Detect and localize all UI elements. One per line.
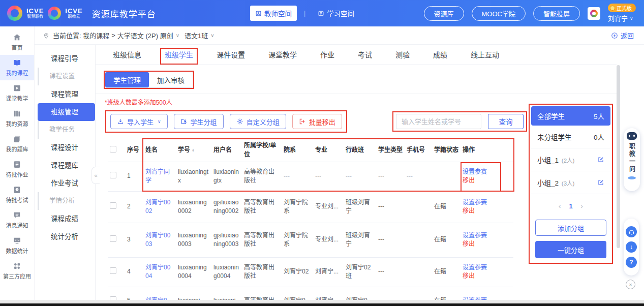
sidebar-item-data-statistics[interactable]: 数据统计 bbox=[0, 233, 34, 258]
row-checkbox[interactable] bbox=[110, 202, 116, 209]
tab-homework[interactable]: 作业 bbox=[320, 45, 334, 65]
tab-exam[interactable]: 考试 bbox=[358, 45, 372, 65]
student-search-input[interactable] bbox=[396, 114, 481, 129]
sidebar-item-exams-to-grade[interactable]: 待批考试 bbox=[0, 182, 34, 207]
user-menu[interactable]: 刘宵宁 ∨ bbox=[608, 13, 633, 23]
set-competition-link[interactable]: 设置参赛 bbox=[463, 263, 511, 272]
app-shortcut-icon[interactable] bbox=[588, 7, 600, 20]
sort-icon[interactable]: ▲▼ bbox=[192, 149, 195, 152]
resource-library-link[interactable]: 资源库 bbox=[424, 6, 464, 21]
sidebar-item-my-question-bank[interactable]: 我的题库 bbox=[0, 131, 34, 157]
smart-casting-link[interactable]: 智能投屏 bbox=[533, 6, 580, 21]
menu-item-statistical-analysis[interactable]: 统计分析 bbox=[35, 228, 95, 246]
close-icon[interactable]: × bbox=[626, 280, 635, 289]
edit-group-icon[interactable] bbox=[597, 156, 604, 163]
menu-item-course-guide[interactable]: 课程引导 bbox=[35, 50, 95, 68]
student-name-link[interactable]: 刘宵宁0003 bbox=[145, 232, 170, 248]
user-block[interactable]: 正式版 刘宵宁 ∨ bbox=[608, 4, 636, 23]
menu-item-course-management[interactable]: 课程管理 bbox=[35, 85, 95, 103]
download-center-icon[interactable]: ↓ bbox=[626, 241, 637, 253]
subtab-student-management[interactable]: 学生管理 bbox=[105, 72, 149, 87]
menu-item-class-management[interactable]: 班级管理 bbox=[38, 103, 95, 121]
nav-learning-space[interactable]: 学习空间 bbox=[313, 6, 359, 21]
set-competition-link[interactable]: 设置参赛 bbox=[463, 231, 511, 240]
page-next-icon[interactable]: › bbox=[581, 202, 583, 210]
table-row: 4 刘宵宁0004 liuxiaoning0004 liuxiaoning000… bbox=[108, 257, 513, 287]
remove-student-link[interactable]: 移出 bbox=[463, 207, 511, 216]
batch-remove-button[interactable]: 批量移出 bbox=[292, 114, 342, 129]
row-checkbox[interactable] bbox=[110, 172, 116, 178]
edit-group-icon[interactable] bbox=[597, 179, 604, 186]
sidebar-item-homework-to-grade[interactable]: 待批作业 bbox=[0, 157, 34, 182]
select-all-checkbox[interactable] bbox=[110, 146, 116, 152]
group-item-2[interactable]: 小组_2 (3人) bbox=[531, 171, 610, 194]
student-name-link[interactable]: 刘宵宁0004 bbox=[145, 264, 170, 280]
group-count: (3人) bbox=[562, 180, 575, 187]
remove-student-link[interactable]: 移出 bbox=[463, 176, 511, 185]
sidebar-item-third-party-apps[interactable]: 第三方应用 bbox=[0, 258, 34, 284]
page-prev-icon[interactable]: ‹ bbox=[559, 202, 561, 210]
group-ungrouped-students[interactable]: 未分组学生 0人 bbox=[531, 126, 610, 148]
menu-item-course-design[interactable]: 课程设计 bbox=[35, 139, 95, 157]
set-competition-link[interactable]: 设置参赛 bbox=[463, 168, 511, 176]
col-student-id[interactable]: 学号▲▼ bbox=[176, 139, 211, 162]
sidebar-item-my-resources[interactable]: 我的资源 bbox=[0, 106, 34, 131]
tab-grades[interactable]: 成绩 bbox=[433, 45, 447, 65]
remove-student-link[interactable]: 移出 bbox=[463, 272, 511, 281]
group-pagination: ‹ 1 › bbox=[531, 194, 610, 218]
menu-item-course-question-bank[interactable]: 课程题库 bbox=[35, 157, 95, 174]
student-name-link[interactable]: 刘宵宁同学 bbox=[145, 168, 170, 184]
import-students-button[interactable]: 导入学生 ∨ bbox=[110, 114, 168, 129]
chevron-down-icon[interactable]: ∨ bbox=[176, 33, 179, 38]
student-name-link[interactable]: 刘宵宁0002 bbox=[145, 199, 170, 215]
cell-department: 刘宵宁02 bbox=[282, 257, 313, 287]
help-icon[interactable]: ? bbox=[626, 257, 637, 268]
cell-phone bbox=[405, 191, 432, 223]
tab-classroom-teaching[interactable]: 课堂教学 bbox=[268, 45, 297, 65]
row-checkbox[interactable] bbox=[110, 267, 116, 274]
group-ungrouped-label: 未分组学生 bbox=[537, 132, 572, 142]
one-click-group-button[interactable]: 一键分组 bbox=[535, 241, 606, 258]
breadcrumb-course-select[interactable]: 大学语文 (2P) 原创 bbox=[117, 30, 173, 40]
row-checkbox[interactable] bbox=[110, 235, 116, 242]
sidebar-item-notifications[interactable]: 消息通知 bbox=[0, 207, 34, 233]
cell-admin-class: 班级刘宵宁 bbox=[344, 223, 376, 257]
remove-student-link[interactable]: 移出 bbox=[463, 240, 511, 249]
tab-quiz[interactable]: 测验 bbox=[395, 45, 410, 65]
sidebar-item-my-courses[interactable]: 我的课程 bbox=[0, 55, 34, 80]
row-checkbox[interactable] bbox=[110, 296, 116, 300]
custom-grouping-button[interactable]: 自定义分组 bbox=[230, 114, 286, 129]
sidebar-item-classroom-teaching[interactable]: 课堂教学 bbox=[0, 80, 34, 106]
vertical-scrollbar[interactable] bbox=[617, 65, 620, 248]
sidebar-collapse-handle[interactable]: « bbox=[91, 167, 100, 184]
breadcrumb-my-courses[interactable]: 我的课程 bbox=[83, 30, 109, 40]
cell-school: 高等教育出 bbox=[242, 287, 282, 300]
back-button[interactable]: 返回 bbox=[611, 30, 634, 40]
tab-online-interaction[interactable]: 线上互动 bbox=[471, 45, 499, 65]
subtab-join-review[interactable]: 加入审核 bbox=[149, 72, 193, 87]
set-competition-link[interactable]: 设置参赛 bbox=[463, 296, 511, 300]
student-grouping-button[interactable]: 学生分组 bbox=[174, 114, 224, 129]
tab-courseware-settings[interactable]: 课件设置 bbox=[217, 45, 245, 65]
tab-class-students[interactable]: 班级学生 bbox=[165, 45, 193, 65]
menu-item-homework-exam[interactable]: 作业考试 bbox=[35, 174, 95, 192]
group-item-1[interactable]: 小组_1 (2人) bbox=[531, 148, 610, 171]
page-number[interactable]: 1 bbox=[569, 202, 572, 210]
sidebar-label: 我的资源 bbox=[6, 119, 28, 128]
add-group-button[interactable]: 添加分组 bbox=[535, 220, 606, 236]
mooc-college-link[interactable]: MOOC学院 bbox=[472, 6, 526, 21]
group-all-students[interactable]: 全部学生 5人 bbox=[531, 106, 610, 126]
cell-admin-class: --- bbox=[344, 162, 376, 191]
cell-school: 高等教育出版社 bbox=[242, 162, 282, 191]
tab-class-info[interactable]: 班级信息 bbox=[113, 45, 141, 65]
chevron-down-icon[interactable]: ∨ bbox=[210, 33, 214, 38]
assistant-widget[interactable]: 职教一问 bbox=[624, 128, 640, 191]
sidebar-item-home[interactable]: 首页 bbox=[0, 29, 34, 55]
menu-item-course-grades[interactable]: 课程成绩 bbox=[35, 210, 95, 228]
query-button[interactable]: 查询 bbox=[488, 114, 524, 129]
breadcrumb-class-select[interactable]: 语文1班 bbox=[185, 30, 208, 40]
nav-teacher-space[interactable]: 教师空间 bbox=[250, 6, 297, 21]
teacher-space-icon bbox=[255, 10, 262, 17]
set-competition-link[interactable]: 设置参赛 bbox=[463, 198, 511, 207]
customer-service-icon[interactable] bbox=[626, 226, 637, 237]
